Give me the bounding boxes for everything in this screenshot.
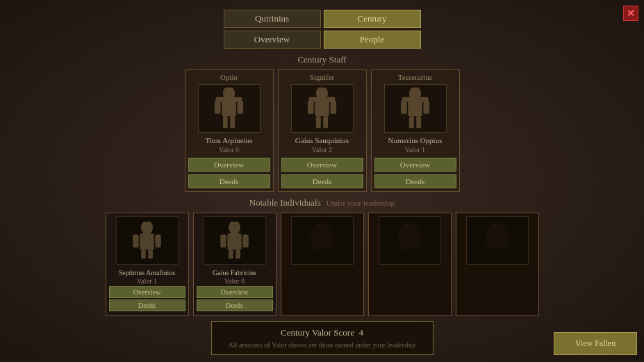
- notable-section: Notable Individuals Under your leadershi…: [7, 197, 637, 316]
- notable-cards: Septimus Amafinius Valor 1 Overview Deed…: [106, 213, 539, 316]
- optio-valor: Valor 0: [216, 145, 242, 156]
- signifer-overview-btn[interactable]: Overview: [281, 158, 363, 172]
- gaius-overview-btn[interactable]: Overview: [197, 286, 273, 298]
- view-fallen-button[interactable]: View Fallen: [554, 332, 637, 355]
- tab-quirinius[interactable]: Quirinius: [224, 10, 321, 28]
- svg-point-35: [490, 222, 504, 229]
- close-icon: ✕: [627, 8, 635, 19]
- staff-title: Century Staff: [297, 54, 346, 65]
- tesserarius-name: Numerius Oppius: [386, 134, 445, 145]
- svg-rect-17: [424, 101, 430, 114]
- svg-rect-2: [215, 101, 221, 114]
- notable-card-gaius: Gaius Fabricius Valor 0 Overview Deeds: [193, 213, 276, 316]
- optio-deeds-btn[interactable]: Deeds: [188, 174, 270, 188]
- signifer-deeds-btn[interactable]: Deeds: [281, 174, 363, 188]
- svg-rect-6: [216, 97, 242, 102]
- tesserarius-valor: Valor 1: [402, 145, 428, 156]
- svg-point-21: [141, 222, 153, 235]
- svg-rect-28: [227, 233, 241, 249]
- notable-card-septimus: Septimus Amafinius Valor 1 Overview Deed…: [106, 213, 189, 316]
- septimus-deeds-btn[interactable]: Deeds: [109, 299, 185, 311]
- valor-score-subtitle: All amounts of Valor shown are those ear…: [220, 341, 424, 349]
- svg-rect-24: [155, 234, 160, 247]
- svg-rect-32: [236, 249, 240, 258]
- staff-card-optio: Optio Titus Arpineius Valor 0: [185, 69, 274, 192]
- svg-rect-9: [308, 101, 314, 114]
- notable-card-empty-1: [281, 213, 364, 316]
- svg-rect-19: [416, 116, 421, 128]
- svg-point-33: [315, 222, 329, 229]
- notable-header: Notable Individuals Under your leadershi…: [249, 197, 395, 208]
- gaius-valor: Valor 0: [224, 277, 245, 286]
- notable-title: Notable Individuals: [249, 197, 321, 208]
- septimus-overview-btn[interactable]: Overview: [109, 286, 185, 298]
- notable-card-empty-2: [368, 213, 452, 316]
- svg-rect-16: [401, 101, 407, 114]
- signifer-valor: Valor 2: [309, 145, 335, 156]
- gaius-deeds-btn[interactable]: Deeds: [197, 299, 273, 311]
- svg-point-27: [229, 222, 240, 235]
- notable-subtitle: Under your leadership: [327, 199, 395, 207]
- staff-section: Century Staff Optio Titus Arpinei: [7, 54, 637, 197]
- svg-rect-10: [331, 101, 337, 114]
- svg-rect-29: [220, 234, 226, 247]
- svg-rect-22: [140, 233, 154, 249]
- svg-rect-23: [133, 234, 138, 247]
- svg-rect-20: [402, 97, 429, 102]
- valor-score-box: Century Valor Score 4 All amounts of Val…: [211, 321, 434, 355]
- tesserarius-deeds-btn[interactable]: Deeds: [374, 174, 456, 188]
- svg-point-34: [402, 222, 416, 229]
- svg-rect-4: [223, 116, 228, 128]
- empty-portrait-3: [466, 216, 529, 265]
- svg-rect-26: [148, 249, 153, 258]
- optio-overview-btn[interactable]: Overview: [188, 158, 270, 172]
- signifer-name: Gaius Sanquinius: [292, 134, 352, 145]
- septimus-name: Septimus Amafinius: [117, 268, 176, 277]
- septimus-portrait: [116, 216, 179, 265]
- svg-rect-30: [242, 234, 248, 247]
- empty-portrait-1: [291, 216, 354, 265]
- empty-portrait-2: [379, 216, 441, 265]
- svg-rect-3: [238, 101, 244, 114]
- valor-score-title: Century Valor Score 4: [220, 327, 424, 338]
- second-tabs: Overview People: [224, 31, 421, 49]
- optio-role: Optio: [185, 70, 273, 83]
- svg-rect-1: [222, 99, 236, 116]
- optio-name: Titus Arpineius: [203, 134, 256, 145]
- svg-rect-15: [408, 99, 422, 116]
- svg-rect-13: [309, 97, 336, 102]
- signifer-role: Signifer: [279, 70, 366, 83]
- valor-score-section: Century Valor Score 4 All amounts of Val…: [211, 321, 434, 355]
- tesserarius-role: Tesserarius: [372, 70, 459, 83]
- tab-people[interactable]: People: [324, 31, 421, 49]
- staff-card-signifer: Signifer Gaius Sanquinius Valor 2: [278, 69, 367, 192]
- optio-portrait: [198, 84, 261, 133]
- svg-rect-11: [316, 116, 321, 128]
- septimus-valor: Valor 1: [137, 277, 157, 286]
- top-tabs: Quirinius Century: [224, 10, 421, 28]
- tesserarius-portrait: [384, 84, 447, 133]
- svg-rect-5: [230, 116, 235, 128]
- staff-cards: Optio Titus Arpineius Valor 0: [185, 69, 460, 192]
- svg-rect-18: [409, 116, 414, 128]
- svg-rect-12: [323, 116, 328, 128]
- gaius-portrait: [204, 216, 266, 265]
- staff-card-tesserarius: Tesserarius Numerius Oppius Valor 1: [371, 69, 460, 192]
- tesserarius-overview-btn[interactable]: Overview: [374, 158, 456, 172]
- tab-century[interactable]: Century: [324, 10, 421, 28]
- svg-rect-25: [141, 249, 146, 258]
- svg-rect-8: [315, 99, 329, 116]
- svg-rect-31: [229, 249, 233, 258]
- gaius-name: Gaius Fabricius: [211, 268, 258, 277]
- signifer-portrait: [291, 84, 354, 133]
- notable-card-empty-3: [456, 213, 539, 316]
- tab-overview[interactable]: Overview: [224, 31, 321, 49]
- main-container: ✕ Quirinius Century Overview People Cent…: [0, 0, 644, 362]
- close-button[interactable]: ✕: [623, 6, 638, 21]
